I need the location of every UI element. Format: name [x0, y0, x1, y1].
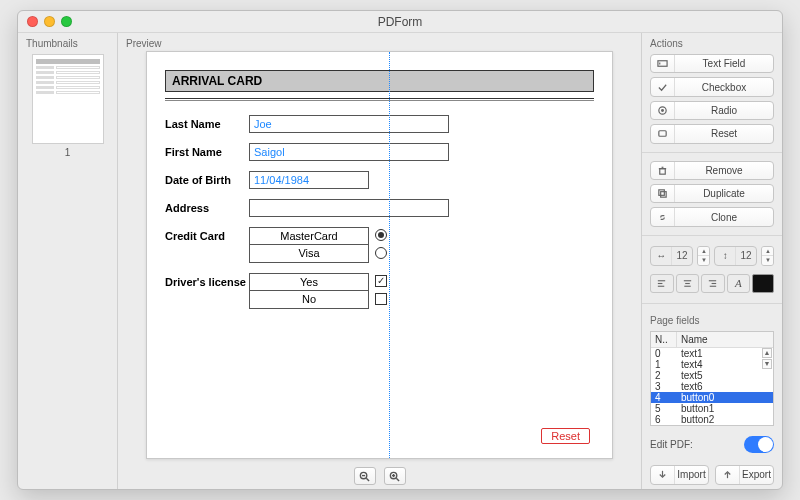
svg-rect-15 — [659, 190, 665, 196]
align-left-button[interactable] — [650, 274, 674, 293]
zoom-out-button[interactable] — [354, 467, 376, 485]
textfield-icon — [657, 58, 668, 69]
field-row[interactable]: 5button1 — [651, 403, 773, 414]
svg-line-1 — [366, 478, 369, 481]
svg-rect-12 — [660, 168, 666, 174]
width-control[interactable]: ↔12 — [650, 246, 693, 266]
edit-pdf-label: Edit PDF: — [650, 439, 693, 450]
radio-visa[interactable] — [375, 247, 387, 259]
content: Thumbnails 1 Preview ARRIVAL CARD — [18, 33, 782, 489]
field-row[interactable]: 6button2 — [651, 414, 773, 425]
font-button[interactable]: A — [727, 274, 751, 293]
add-reset-label: Reset — [675, 128, 773, 139]
height-value: 12 — [735, 247, 755, 265]
clone-label: Clone — [675, 212, 773, 223]
zoom-out-icon — [359, 471, 370, 482]
add-checkbox-label: Checkbox — [675, 82, 773, 93]
thumbnails-label: Thumbnails — [18, 33, 117, 52]
color-swatch[interactable] — [752, 274, 774, 293]
align-right-icon — [707, 278, 718, 289]
actions-panel: Actions Text Field Checkbox Radio Reset … — [642, 33, 782, 489]
thumbnail-page-number: 1 — [18, 147, 117, 158]
remove-button[interactable]: Remove — [650, 161, 774, 180]
align-center-icon — [682, 278, 693, 289]
svg-line-4 — [396, 478, 399, 481]
field-row[interactable]: 0text1 — [651, 348, 773, 359]
edit-pdf-toggle[interactable] — [744, 436, 774, 453]
credit-card-options: MasterCard Visa — [249, 227, 369, 263]
page-fields-label: Page fields — [642, 310, 782, 329]
clone-button[interactable]: Clone — [650, 207, 774, 226]
input-first-name[interactable] — [249, 143, 449, 161]
divider — [165, 100, 594, 101]
field-row[interactable]: 4button0 — [651, 392, 773, 403]
radio-icon — [657, 105, 668, 116]
preview-label: Preview — [118, 33, 641, 52]
field-row[interactable]: 2text5 — [651, 370, 773, 381]
remove-label: Remove — [675, 165, 773, 176]
add-textfield-button[interactable]: Text Field — [650, 54, 774, 73]
field-row[interactable]: 3text6 — [651, 381, 773, 392]
input-dob[interactable] — [249, 171, 369, 189]
option-mastercard[interactable]: MasterCard — [250, 228, 368, 245]
divider — [165, 98, 594, 99]
align-left-icon — [656, 278, 667, 289]
zoom-in-icon — [389, 471, 400, 482]
input-last-name[interactable] — [249, 115, 449, 133]
checkbox-icon — [657, 82, 668, 93]
add-radio-label: Radio — [675, 105, 773, 116]
link-icon — [657, 212, 668, 223]
scroll-up-icon[interactable]: ▲ — [762, 348, 772, 358]
duplicate-icon — [657, 188, 668, 199]
thumbnails-panel: Thumbnails 1 — [18, 33, 118, 489]
window-title: PDForm — [18, 15, 782, 29]
import-label: Import — [675, 469, 708, 480]
check-yes[interactable] — [375, 275, 387, 287]
export-button[interactable]: Export — [715, 465, 774, 485]
duplicate-button[interactable]: Duplicate — [650, 184, 774, 203]
scroll-down-icon[interactable]: ▼ — [762, 359, 772, 369]
svg-rect-11 — [659, 131, 666, 137]
add-radio-button[interactable]: Radio — [650, 101, 774, 120]
titlebar: PDForm — [18, 11, 782, 33]
check-no[interactable] — [375, 293, 387, 305]
input-address[interactable] — [249, 199, 449, 217]
option-visa[interactable]: Visa — [250, 245, 368, 262]
align-right-button[interactable] — [701, 274, 725, 293]
import-button[interactable]: Import — [650, 465, 709, 485]
zoom-in-button[interactable] — [384, 467, 406, 485]
page-fields-table[interactable]: N..Name 0text11text42text53text64button0… — [650, 331, 774, 426]
app-window: PDForm Thumbnails 1 Preview ARRIVAL CARD — [17, 10, 783, 490]
label-credit-card: Credit Card — [165, 227, 249, 242]
label-license: Driver's license — [165, 273, 249, 288]
download-icon — [657, 469, 668, 480]
option-no[interactable]: No — [250, 291, 368, 308]
col-name: Name — [677, 332, 773, 347]
add-reset-button[interactable]: Reset — [650, 124, 774, 143]
actions-label: Actions — [642, 33, 782, 52]
height-control[interactable]: ↕12 — [714, 246, 757, 266]
add-checkbox-button[interactable]: Checkbox — [650, 77, 774, 96]
label-address: Address — [165, 199, 249, 214]
label-dob: Date of Birth — [165, 171, 249, 186]
svg-rect-16 — [661, 192, 667, 198]
license-options: Yes No — [249, 273, 369, 309]
align-center-button[interactable] — [676, 274, 700, 293]
page-canvas[interactable]: ARRIVAL CARD Last Name First Name Date o… — [146, 51, 613, 459]
font-icon: A — [735, 277, 742, 289]
svg-point-10 — [661, 109, 664, 112]
option-yes[interactable]: Yes — [250, 274, 368, 291]
width-stepper[interactable]: ▲▼ — [697, 246, 710, 266]
height-stepper[interactable]: ▲▼ — [761, 246, 774, 266]
page-thumbnail[interactable] — [32, 54, 104, 144]
export-label: Export — [740, 469, 773, 480]
trash-icon — [657, 165, 668, 176]
reset-button[interactable]: Reset — [541, 428, 590, 444]
field-row[interactable]: 1text4 — [651, 359, 773, 370]
radio-mastercard[interactable] — [375, 229, 387, 241]
duplicate-label: Duplicate — [675, 188, 773, 199]
label-last-name: Last Name — [165, 115, 249, 130]
label-first-name: First Name — [165, 143, 249, 158]
arrows-vertical-icon: ↕ — [715, 247, 735, 265]
width-value: 12 — [671, 247, 691, 265]
